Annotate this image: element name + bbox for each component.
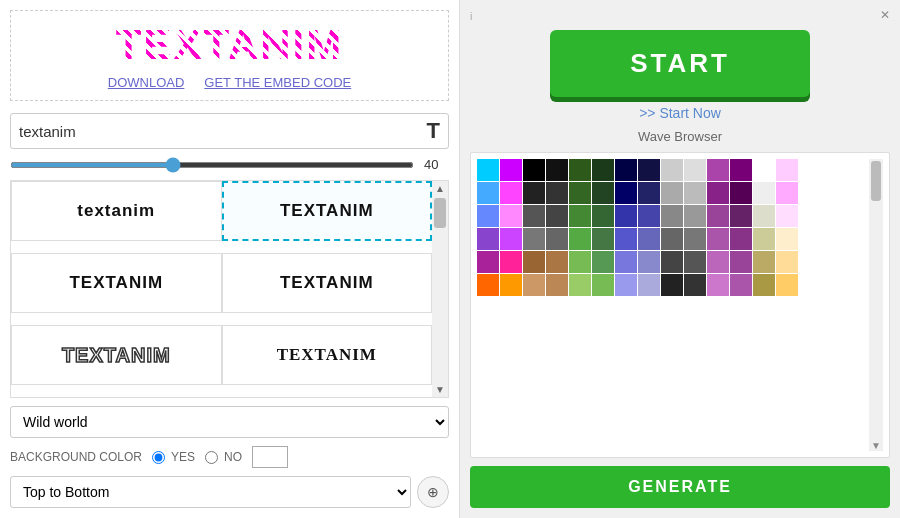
- color-cell[interactable]: [661, 159, 683, 181]
- color-cell[interactable]: [638, 274, 660, 296]
- color-cell[interactable]: [661, 205, 683, 227]
- color-cell[interactable]: [569, 251, 591, 273]
- color-cell[interactable]: [592, 182, 614, 204]
- text-input[interactable]: [19, 123, 419, 140]
- scroll-thumb[interactable]: [434, 198, 446, 228]
- color-cell[interactable]: [546, 251, 568, 273]
- no-radio[interactable]: [205, 451, 218, 464]
- start-link[interactable]: >> Start Now: [470, 105, 890, 121]
- color-cell[interactable]: [707, 205, 729, 227]
- color-cell[interactable]: [615, 182, 637, 204]
- embed-link[interactable]: GET THE EMBED CODE: [204, 75, 351, 90]
- color-cell[interactable]: [500, 251, 522, 273]
- color-cell[interactable]: [546, 205, 568, 227]
- color-cell[interactable]: [684, 182, 706, 204]
- start-button[interactable]: START: [550, 30, 810, 97]
- size-slider[interactable]: [10, 162, 414, 168]
- color-cell[interactable]: [523, 159, 545, 181]
- color-cell[interactable]: [523, 228, 545, 250]
- color-cell[interactable]: [753, 228, 775, 250]
- color-cell[interactable]: [753, 251, 775, 273]
- color-cell[interactable]: [707, 274, 729, 296]
- color-cell[interactable]: [477, 274, 499, 296]
- color-cell[interactable]: [592, 205, 614, 227]
- color-cell[interactable]: [500, 182, 522, 204]
- color-cell[interactable]: [615, 159, 637, 181]
- scroll-down-arrow[interactable]: ▼: [435, 382, 445, 397]
- color-cell[interactable]: [730, 205, 752, 227]
- color-cell[interactable]: [569, 274, 591, 296]
- color-cell[interactable]: [753, 182, 775, 204]
- color-cell[interactable]: [546, 274, 568, 296]
- color-cell[interactable]: [477, 159, 499, 181]
- color-cell[interactable]: [592, 274, 614, 296]
- color-cell[interactable]: [477, 228, 499, 250]
- color-cell[interactable]: [500, 205, 522, 227]
- color-cell[interactable]: [638, 251, 660, 273]
- color-cell[interactable]: [615, 228, 637, 250]
- color-cell[interactable]: [592, 228, 614, 250]
- compass-button[interactable]: ⊕: [417, 476, 449, 508]
- color-cell[interactable]: [753, 205, 775, 227]
- color-cell[interactable]: [638, 159, 660, 181]
- color-cell[interactable]: [500, 228, 522, 250]
- yes-radio[interactable]: [152, 451, 165, 464]
- color-cell[interactable]: [753, 274, 775, 296]
- colors-scroll-down-arrow[interactable]: ▼: [871, 440, 881, 451]
- color-cell[interactable]: [707, 182, 729, 204]
- color-cell[interactable]: [615, 274, 637, 296]
- color-swatch[interactable]: [252, 446, 288, 468]
- color-cell[interactable]: [776, 251, 798, 273]
- color-cell[interactable]: [776, 159, 798, 181]
- color-cell[interactable]: [684, 274, 706, 296]
- color-cell[interactable]: [477, 182, 499, 204]
- color-cell[interactable]: [707, 228, 729, 250]
- color-cell[interactable]: [730, 182, 752, 204]
- color-cell[interactable]: [500, 274, 522, 296]
- color-cell[interactable]: [523, 274, 545, 296]
- color-cell[interactable]: [569, 228, 591, 250]
- color-cell[interactable]: [569, 182, 591, 204]
- preset-dropdown[interactable]: Wild world Classic Neon Retro: [10, 406, 449, 438]
- color-cell[interactable]: [523, 182, 545, 204]
- color-cell[interactable]: [661, 274, 683, 296]
- color-cell[interactable]: [477, 205, 499, 227]
- color-cell[interactable]: [661, 251, 683, 273]
- color-cell[interactable]: [661, 228, 683, 250]
- color-cell[interactable]: [546, 228, 568, 250]
- color-cell[interactable]: [730, 159, 752, 181]
- color-cell[interactable]: [684, 251, 706, 273]
- close-icon[interactable]: ✕: [880, 8, 890, 22]
- color-cell[interactable]: [638, 205, 660, 227]
- color-cell[interactable]: [615, 205, 637, 227]
- style-cell-5[interactable]: TEXTANIM: [11, 325, 222, 385]
- color-cell[interactable]: [569, 159, 591, 181]
- colors-scroll-thumb[interactable]: [871, 161, 881, 201]
- scroll-up-arrow[interactable]: ▲: [435, 181, 445, 196]
- color-cell[interactable]: [776, 274, 798, 296]
- color-cell[interactable]: [638, 228, 660, 250]
- color-cell[interactable]: [546, 182, 568, 204]
- color-cell[interactable]: [477, 251, 499, 273]
- color-cell[interactable]: [730, 274, 752, 296]
- color-cell[interactable]: [523, 251, 545, 273]
- style-cell-6[interactable]: TEXTANIM: [222, 325, 433, 385]
- color-cell[interactable]: [684, 228, 706, 250]
- color-cell[interactable]: [592, 159, 614, 181]
- color-cell[interactable]: [661, 182, 683, 204]
- color-cell[interactable]: [523, 205, 545, 227]
- color-cell[interactable]: [776, 182, 798, 204]
- color-cell[interactable]: [707, 251, 729, 273]
- t-icon[interactable]: T: [427, 118, 440, 144]
- color-cell[interactable]: [638, 182, 660, 204]
- style-cell-4[interactable]: TEXTANIM: [222, 253, 433, 313]
- color-cell[interactable]: [684, 159, 706, 181]
- style-cell-1[interactable]: textanim: [11, 181, 222, 241]
- direction-dropdown[interactable]: Top to Bottom Left to Right Bottom to To…: [10, 476, 411, 508]
- color-cell[interactable]: [753, 159, 775, 181]
- color-cell[interactable]: [546, 159, 568, 181]
- generate-button[interactable]: GENERATE: [470, 466, 890, 508]
- style-cell-3[interactable]: TEXTANIM: [11, 253, 222, 313]
- color-cell[interactable]: [730, 228, 752, 250]
- color-cell[interactable]: [684, 205, 706, 227]
